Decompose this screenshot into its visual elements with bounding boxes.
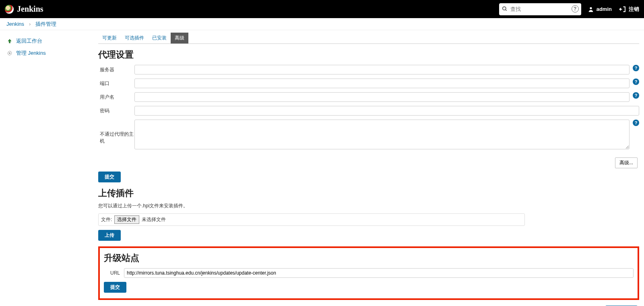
file-row: 文件: 选择文件 未选择文件 [98,213,525,226]
proxy-submit-button[interactable]: 提交 [98,172,121,182]
svg-point-0 [502,6,506,10]
proxy-server-label: 服务器 [98,66,134,73]
svg-point-2 [590,7,592,9]
jenkins-logo-icon [5,5,14,14]
app-name: Jenkins [17,4,43,14]
user-label: admin [597,6,612,12]
sidebar-item-label: 返回工作台 [16,37,42,45]
chevron-right-icon: › [29,21,31,27]
tab-updatable[interactable]: 可更新 [98,33,121,43]
sidebar: 返回工作台 管理 Jenkins [0,30,93,306]
logout-icon [619,6,626,13]
main-content: 可更新 可选插件 已安装 高级 代理设置 服务器 ? 端口 ? 用户名 ? [93,30,644,306]
search-input[interactable] [499,3,581,15]
proxy-user-input[interactable] [134,92,630,102]
gear-icon [6,50,13,56]
proxy-noproxy-textarea[interactable] [134,120,630,149]
tab-advanced[interactable]: 高级 [171,33,188,43]
proxy-port-input[interactable] [134,79,630,88]
tab-available[interactable]: 可选插件 [121,33,148,43]
sidebar-item-back[interactable]: 返回工作台 [2,35,91,47]
arrow-up-icon [6,38,13,44]
sidebar-item-manage[interactable]: 管理 Jenkins [2,47,91,59]
svg-point-3 [9,52,10,54]
breadcrumb-root[interactable]: Jenkins [6,21,24,27]
file-status: 未选择文件 [142,216,166,223]
user-icon [588,6,594,12]
upload-submit-button[interactable]: 上传 [98,230,121,241]
user-menu[interactable]: admin [588,6,612,12]
proxy-user-label: 用户名 [98,94,134,101]
sidebar-item-label: 管理 Jenkins [16,50,46,57]
proxy-server-input[interactable] [134,65,630,74]
svg-line-1 [505,9,506,10]
proxy-password-input[interactable] [134,106,639,116]
update-site-submit-button[interactable]: 提交 [104,282,126,293]
help-icon[interactable]: ? [633,92,639,99]
proxy-port-label: 端口 [98,80,134,87]
tab-installed[interactable]: 已安装 [148,33,171,43]
logout-label: 注销 [629,6,639,13]
update-site-url-label: URL [104,270,120,276]
upload-section-title: 上传插件 [98,187,639,199]
help-icon[interactable]: ? [633,120,639,126]
update-site-title: 升级站点 [104,252,634,264]
logo[interactable]: Jenkins [5,4,43,14]
update-site-highlight: 升级站点 URL 提交 [98,246,639,300]
breadcrumb: Jenkins › 插件管理 [0,18,644,30]
help-icon[interactable]: ? [633,79,639,85]
search-icon [502,6,508,13]
search-wrap: ? [499,3,581,15]
proxy-password-label: 密码 [98,108,134,114]
help-icon[interactable]: ? [572,5,579,12]
breadcrumb-page[interactable]: 插件管理 [35,21,56,28]
update-site-url-input[interactable] [124,268,634,278]
top-bar: Jenkins ? admin 注销 [0,0,644,18]
advanced-button[interactable]: 高级... [615,157,638,168]
choose-file-button[interactable]: 选择文件 [114,215,139,224]
help-icon[interactable]: ? [633,65,639,71]
logout-button[interactable]: 注销 [619,6,639,13]
proxy-noproxy-label: 不通过代理的主机 [98,120,134,145]
upload-desc: 您可以通过上传一个.hpi文件来安装插件。 [98,203,639,209]
plugin-tabs: 可更新 可选插件 已安装 高级 [98,33,639,44]
file-label: 文件: [101,216,112,223]
proxy-section-title: 代理设置 [98,49,639,61]
